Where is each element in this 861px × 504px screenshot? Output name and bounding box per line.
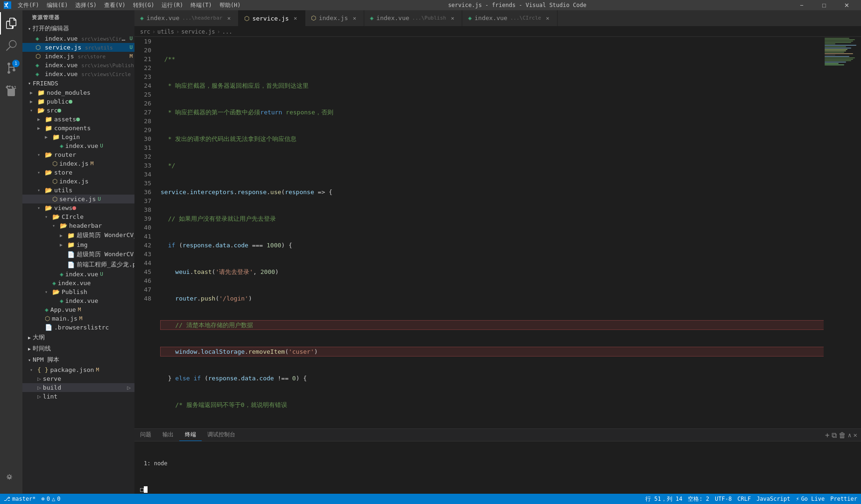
close-button[interactable]: ✕ [836,0,857,10]
tab-service-close[interactable]: ✕ [292,14,299,22]
tree-login-index-vue[interactable]: ▶ ◈ index.vue U [22,141,134,150]
menu-run[interactable]: 运行(R) [159,0,186,10]
tree-build-script[interactable]: ▷ build ▷ [22,383,134,392]
tree-app-vue[interactable]: ▶ ◈ App.vue M [22,305,134,314]
status-position[interactable]: 行 51，列 14 [645,495,682,503]
panel-content[interactable]: 1: node [134,441,861,485]
status-errors[interactable]: ⊗ 0 △ 0 [42,496,61,502]
terminal-input[interactable]: 1: node [140,459,171,468]
tree-browserslistrc[interactable]: ▶ 📄 .browserslistrc [22,323,134,332]
status-go-live[interactable]: ⚡ Go Live [796,496,825,502]
tree-circle-index-vue[interactable]: ▶ ◈ index.vue U [22,270,134,279]
tab-circle-close[interactable]: ✕ [544,14,551,22]
tab-index-vue-headerbar[interactable]: ◈ index.vue ...\headerbar ✕ [134,10,239,26]
views-arrow: ▾ [37,205,45,210]
breadcrumb-utils[interactable]: utils [157,28,174,35]
scm-icon[interactable]: 1 [0,57,22,79]
minimize-button[interactable]: − [791,0,812,10]
tab-service-js[interactable]: ⬡ service.js ✕ [239,10,305,26]
open-file-index-vue-publish[interactable]: ◈ index.vue src\views\Publish [22,61,134,70]
tree-components[interactable]: ▶ 📁 components [22,124,134,133]
tree-views[interactable]: ▾ 📂 views [22,203,134,212]
open-file-index-js[interactable]: ⬡ index.js src\store M [22,52,134,61]
extensions-icon[interactable] [0,79,22,102]
tree-wondercv-files[interactable]: ▶ 📁 超级简历 WonderCV_files [22,230,134,240]
tree-wondercv-pdf[interactable]: ▶ 📄 超级简历 WonderCV.pdf U [22,249,134,259]
code-editor[interactable]: 1920212223 2425262728 2930313233 3435363… [134,37,824,428]
tree-assets[interactable]: ▶ 📁 assets [22,115,134,124]
tree-store[interactable]: ▾ 📂 store [22,168,134,177]
titlebar-controls[interactable]: − □ ✕ [791,0,857,10]
tree-img[interactable]: ▶ 📁 img [22,240,134,249]
status-language[interactable]: JavaScript [756,496,790,502]
tab-index-js[interactable]: ⬡ index.js ✕ [305,10,365,26]
tree-store-index-js[interactable]: ▶ ⬡ index.js [22,177,134,186]
titlebar-menu[interactable]: 文件(F) 编辑(E) 选择(S) 查看(V) 转到(G) 运行(R) 终端(T… [15,0,244,10]
search-icon[interactable] [0,35,22,57]
tab-index-vue-publish[interactable]: ◈ index.vue ...\Publish ✕ [364,10,462,26]
tree-resume-pdf[interactable]: ▶ 📄 前端工程师_孟少龙.pdf U [22,259,134,270]
open-file-service-js[interactable]: ⬡ service.js src\utils U [22,43,134,52]
npm-section[interactable]: ▾ NPM 脚本 [22,354,134,365]
open-file-index-vue-circle2[interactable]: ◈ index.vue src\views\Circle [22,70,134,78]
timeline-section[interactable]: ▶ 时间线 [22,343,134,354]
open-file-index-vue-circle[interactable]: ◈ index.vue src\views\Circle\he... U [22,34,134,43]
terminal-add-icon[interactable]: + [825,431,830,440]
tree-login[interactable]: ▶ 📁 Login [22,133,134,141]
tree-publish[interactable]: ▾ 📂 Publish [22,287,134,296]
breadcrumb-src[interactable]: src [140,28,150,35]
tab-publish-close[interactable]: ✕ [449,14,456,22]
tab-close-btn[interactable]: ✕ [225,14,233,22]
status-encoding[interactable]: UTF-8 [715,496,732,502]
menu-file[interactable]: 文件(F) [15,0,42,10]
maximize-button[interactable]: □ [813,0,835,10]
tree-views-index-vue[interactable]: ▶ ◈ index.vue [22,279,134,287]
vue-icon2: ◈ [60,271,64,278]
tab-index-vue-circle[interactable]: ◈ index.vue ...\CIrcle ✕ [462,10,558,26]
terminal-chevron-up-icon[interactable]: ∧ [848,432,852,439]
tree-package-json[interactable]: ▾ { } package.json M [22,365,134,374]
breadcrumb-more[interactable]: ... [222,28,233,35]
settings-icon[interactable] [0,468,22,490]
panel-tab-terminal[interactable]: 终端 [179,429,202,441]
terminal-input-line[interactable]: □ [134,485,861,494]
outline-section[interactable]: ▶ 大纲 [22,332,134,343]
tree-circle[interactable]: ▾ 📂 CIrcle [22,212,134,221]
breadcrumb-service[interactable]: service.js [181,28,215,35]
tree-headerbar[interactable]: ▾ 📂 headerbar [22,221,134,230]
status-branch[interactable]: ⎇ master* [4,496,36,502]
build-play-btn[interactable]: ▷ [127,384,131,391]
terminal-split-icon[interactable]: ⧉ [832,431,837,440]
tree-node-modules[interactable]: ▶ 📁 node_modules [22,88,134,97]
menu-view[interactable]: 查看(V) [101,0,128,10]
tree-utils[interactable]: ▾ 📂 utils [22,186,134,195]
menu-terminal[interactable]: 终端(T) [188,0,215,10]
tree-router[interactable]: ▾ 📂 router [22,150,134,159]
tree-publish-index-vue[interactable]: ▶ ◈ index.vue [22,296,134,305]
js-icon2: ⬡ [52,178,57,185]
tree-public[interactable]: ▶ 📁 public [22,97,134,106]
menu-goto[interactable]: 转到(G) [130,0,157,10]
tree-router-index-js[interactable]: ▶ ⬡ index.js M [22,159,134,168]
tree-main-js[interactable]: ▶ ⬡ main.js M [22,314,134,323]
tab-index-js-close[interactable]: ✕ [351,14,358,22]
open-editors-section[interactable]: ▾ 打开的编辑器 [22,23,134,34]
friends-section[interactable]: ▾ FRIENDS [22,78,134,88]
panel-tab-output[interactable]: 输出 [157,429,179,441]
panel-close-icon[interactable]: ✕ [854,431,857,439]
tree-service-js[interactable]: ▶ ⬡ service.js U [22,195,134,203]
build-label: build [43,384,61,391]
panel-tab-debug[interactable]: 调试控制台 [202,429,241,441]
status-line-ending[interactable]: CRLF [737,496,751,502]
panel-tab-problems[interactable]: 问题 [134,429,157,441]
terminal-trash-icon[interactable]: 🗑 [839,431,846,440]
tree-serve-script[interactable]: ▷ serve [22,374,134,383]
status-spaces[interactable]: 空格: 2 [688,495,709,503]
menu-edit[interactable]: 编辑(E) [44,0,71,10]
tree-lint-script[interactable]: ▷ lint [22,392,134,401]
menu-select[interactable]: 选择(S) [72,0,99,10]
status-prettier[interactable]: Prettier [830,496,857,502]
explorer-icon[interactable] [0,12,22,35]
menu-help[interactable]: 帮助(H) [217,0,244,10]
tree-src[interactable]: ▾ 📂 src [22,106,134,115]
